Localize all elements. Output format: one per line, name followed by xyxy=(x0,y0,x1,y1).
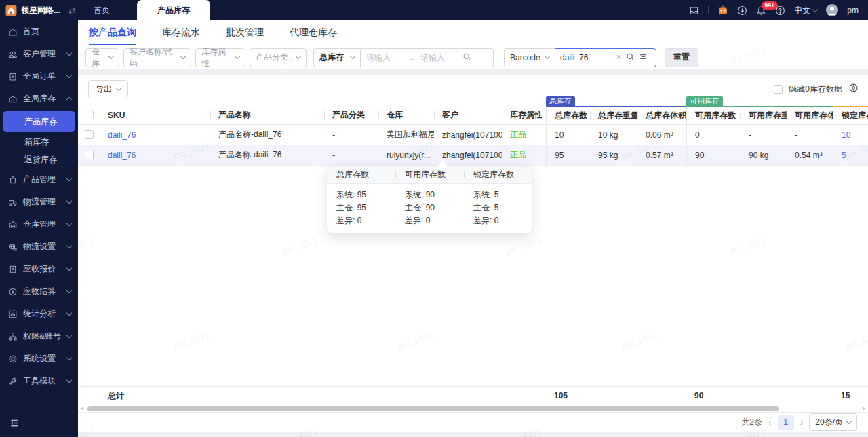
topbar-divider xyxy=(708,6,709,14)
sidebar-item-logistics-management[interactable]: 物流管理 xyxy=(0,191,78,213)
home-icon xyxy=(8,27,18,37)
topbar-tab-product-inventory[interactable]: 产品库存 xyxy=(137,0,210,20)
sku-link[interactable]: daili_76 xyxy=(100,145,210,165)
search-icon[interactable] xyxy=(626,52,635,63)
notifications-bell-icon[interactable]: 99+ xyxy=(756,5,766,16)
col-total-qty[interactable]: 总库存数 xyxy=(546,106,590,124)
tab-inventory-flow[interactable]: 库存流水 xyxy=(162,20,200,45)
switch-account-icon[interactable]: ⇄ xyxy=(68,5,76,16)
sidebar-subitem-return-inventory[interactable]: 退货库存 xyxy=(0,151,78,168)
tab-agent-warehouse-inventory[interactable]: 代理仓库存 xyxy=(290,20,337,45)
quantity-range-input-group: → xyxy=(361,48,494,67)
col-category[interactable]: 产品分类 xyxy=(324,106,378,124)
inventory-attribute-select[interactable]: 库存属性 xyxy=(195,48,245,67)
customer-select[interactable]: 客户名称/代码 xyxy=(123,48,191,67)
next-page-icon[interactable]: › xyxy=(800,417,804,428)
table-row[interactable]: daili_76 产品名称-daili_76 - 美国加利福尼... zhang… xyxy=(78,125,868,145)
sidebar-item-logistics-settings[interactable]: 物流设置 xyxy=(0,235,78,258)
topbar: 领星网络... ⇄ 首页 产品库存 99+ 中文 xyxy=(0,0,868,20)
page-size-select[interactable]: 20条/页 xyxy=(809,413,857,431)
scroll-right-icon[interactable] xyxy=(863,406,865,411)
table-card: 导出 隐藏0库存数据 总库存 可用库存 SKU 产品名称 产品分类 仓库 客户 … xyxy=(78,75,868,432)
row-checkbox[interactable] xyxy=(85,151,94,159)
app-window: 领星网络... ⇄ 首页 产品库存 99+ 中文 xyxy=(0,0,868,437)
reset-button[interactable]: 重置 xyxy=(665,48,698,67)
sidebar-item-global-inventory[interactable]: 全局库存 xyxy=(0,88,78,110)
column-settings-icon[interactable] xyxy=(848,83,859,95)
chevron-down-icon xyxy=(66,355,72,360)
search-type-select[interactable]: Barcode xyxy=(504,48,555,67)
select-all-checkbox[interactable] xyxy=(85,111,94,119)
sidebar-item-permissions-accounts[interactable]: 权限&账号 xyxy=(0,325,78,347)
col-available-volume[interactable]: 可用库存体... xyxy=(787,106,833,124)
sidebar-item-statistics[interactable]: 统计分析 xyxy=(0,303,78,325)
coin-icon xyxy=(8,287,18,297)
col-customer[interactable]: 客户 xyxy=(434,106,502,124)
chevron-down-icon xyxy=(545,54,550,59)
col-total-weight[interactable]: 总库存重量 xyxy=(590,106,637,124)
col-attr[interactable]: 库存属性 xyxy=(502,106,546,124)
sidebar-item-product-management[interactable]: 产品管理 xyxy=(0,168,78,191)
sidebar-item-home[interactable]: 首页 xyxy=(0,20,78,43)
avatar[interactable] xyxy=(826,4,838,16)
quantity-type-select[interactable]: 总库存 xyxy=(313,48,361,67)
sidebar: 首页 客户管理 全局订单 全局库存 产品库存 箱库存 退货库存 产品管理 物流管… xyxy=(0,20,78,437)
warehouse-select[interactable]: 仓库 xyxy=(85,48,119,67)
keyword-search-input[interactable] xyxy=(560,53,612,62)
tab-query-by-product[interactable]: 按产品查询 xyxy=(89,20,136,45)
col-product-name[interactable]: 产品名称 xyxy=(210,106,324,124)
hide-zero-label: 隐藏0库存数据 xyxy=(789,83,842,95)
col-warehouse[interactable]: 仓库 xyxy=(378,106,434,124)
assistant-robot-icon[interactable] xyxy=(717,5,728,16)
sidebar-item-system-settings[interactable]: 系统设置 xyxy=(0,347,78,370)
sidebar-item-global-orders[interactable]: 全局订单 xyxy=(0,65,78,88)
prev-page-icon[interactable]: ‹ xyxy=(768,417,772,428)
sidebar-subitem-product-inventory[interactable]: 产品库存 xyxy=(3,111,75,132)
summary-locked-qty: 15 xyxy=(833,387,868,404)
page-number-button[interactable]: 1 xyxy=(778,415,794,430)
chevron-down-icon xyxy=(66,50,72,56)
popover-header: 总库存数 可用库存数 锁定库存数 xyxy=(327,166,532,184)
brand[interactable]: 领星网络... xyxy=(0,5,60,16)
row-checkbox[interactable] xyxy=(85,130,94,139)
inventory-icon xyxy=(8,94,18,104)
topbar-tab-home[interactable]: 首页 xyxy=(83,0,121,20)
clear-icon[interactable]: ✕ xyxy=(616,53,622,62)
summary-total-qty: 105 xyxy=(546,387,590,404)
sidebar-item-receivable-quotation[interactable]: 应收报价 xyxy=(0,258,78,280)
col-locked-qty[interactable]: 锁定库存数 xyxy=(833,106,868,124)
col-available-weight[interactable]: 可用库存重... xyxy=(741,106,787,124)
workbench-icon[interactable] xyxy=(689,5,699,16)
warehouse-expand-cell[interactable]: ruiyunxjy(r... xyxy=(378,145,434,165)
sidebar-collapse-icon[interactable] xyxy=(9,418,20,430)
quantity-max-input[interactable] xyxy=(420,53,458,62)
gear-icon xyxy=(8,354,18,364)
product-category-select[interactable]: 产品分类 xyxy=(250,48,307,67)
sidebar-item-tool-modules[interactable]: 工具模块 xyxy=(0,370,78,392)
horizontal-scrollbar[interactable] xyxy=(78,406,868,412)
export-button[interactable]: 导出 xyxy=(88,80,128,98)
hide-zero-checkbox[interactable] xyxy=(774,85,783,94)
chevron-down-icon xyxy=(66,310,72,316)
notification-count-badge: 99+ xyxy=(762,1,777,10)
col-total-volume[interactable]: 总库存体积 xyxy=(637,106,686,124)
sidebar-item-warehouse-management[interactable]: 仓库管理 xyxy=(0,213,78,235)
locked-qty-link[interactable]: 5 xyxy=(833,145,868,165)
tab-batch-management[interactable]: 批次管理 xyxy=(226,20,264,45)
advanced-filter-icon[interactable] xyxy=(639,52,648,63)
col-sku[interactable]: SKU xyxy=(100,106,210,124)
range-search-icon[interactable] xyxy=(462,52,471,63)
language-switcher[interactable]: 中文 xyxy=(794,5,817,16)
sku-link[interactable]: daili_76 xyxy=(100,125,210,145)
sidebar-subitem-box-inventory[interactable]: 箱库存 xyxy=(0,133,78,151)
locked-qty-link[interactable]: 10 xyxy=(833,125,868,145)
quantity-min-input[interactable] xyxy=(366,53,404,62)
popover-body: 系统: 95 主仓: 95 差异: 0 系统: 90 主仓: 90 差异: 0 … xyxy=(327,184,532,233)
table-row[interactable]: daili_76 产品名称-daili_76 - ruiyunxjy(r... … xyxy=(78,145,868,166)
col-available-qty[interactable]: 可用库存数 xyxy=(686,106,741,124)
scroll-left-icon[interactable] xyxy=(81,406,83,411)
download-center-icon[interactable] xyxy=(737,5,747,16)
scrollbar-thumb[interactable] xyxy=(87,406,779,411)
sidebar-item-customer-management[interactable]: 客户管理 xyxy=(0,43,78,65)
sidebar-item-receivable-settlement[interactable]: 应收结算 xyxy=(0,280,78,303)
